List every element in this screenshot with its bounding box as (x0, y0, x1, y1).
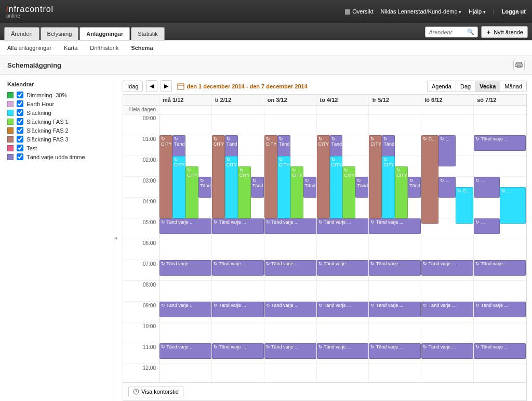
calendar-event[interactable]: Tänd varje ... (159, 260, 211, 276)
calendar-event[interactable]: C... (421, 135, 438, 224)
allday-cell[interactable] (317, 106, 369, 114)
subnav-drift[interactable]: Drifthistorik (90, 45, 118, 51)
calendar-event[interactable]: CITY (382, 156, 395, 218)
calendar-event[interactable]: Tänd varje ... (474, 260, 526, 276)
search-box[interactable]: 🔍 (425, 27, 478, 37)
calendar-event[interactable]: Tänd varje ... (317, 218, 369, 234)
calendar-event[interactable]: Tänd varje ... (212, 302, 264, 317)
calendar-event[interactable]: Tänd (303, 177, 316, 198)
day-column[interactable]: CITYTändCITYCITYTändTänd varje ...Tänd v… (159, 114, 212, 382)
calendar-event[interactable]: CITY (225, 156, 238, 218)
subnav-alla[interactable]: Alla anläggningar (7, 45, 51, 51)
day-column[interactable]: CITYTändCITYCITYTändTänd varje ...Tänd v… (212, 114, 264, 382)
allday-cell[interactable] (421, 106, 474, 114)
calendar-event[interactable]: Tänd varje ... (317, 260, 369, 276)
next-button[interactable]: ▶ (161, 80, 172, 92)
calendar-event[interactable]: Tänd varje ... (474, 302, 526, 317)
calendar-event[interactable]: Tänd varje ... (421, 302, 473, 317)
calendar-event[interactable]: Tänd (408, 177, 421, 198)
calendar-event[interactable]: Tänd varje ... (474, 135, 526, 151)
tab-statistik[interactable]: Statistik (131, 27, 165, 40)
help-menu[interactable]: Hjälp (469, 8, 486, 15)
calendar-event[interactable]: Tänd varje ... (369, 218, 421, 234)
allday-cell[interactable] (212, 106, 264, 114)
tab-belysning[interactable]: Belysning (41, 27, 79, 40)
subnav-schema[interactable]: Schema (131, 45, 153, 51)
calendar-event[interactable]: Tänd varje ... (212, 260, 264, 276)
search-icon[interactable]: 🔍 (467, 29, 474, 35)
overview-link[interactable]: Översikt (345, 8, 373, 15)
calendar-event[interactable]: Tänd varje ... (317, 302, 369, 317)
calendar-event[interactable]: Tänd (251, 177, 264, 198)
calendar-event[interactable]: CITY (395, 166, 408, 218)
calendar-event[interactable]: Tänd (355, 177, 368, 198)
calendar-checkbox[interactable] (17, 145, 23, 151)
allday-cell[interactable] (264, 106, 317, 114)
view-month[interactable]: Månad (500, 81, 527, 92)
calendar-event[interactable]: Tänd varje ... (212, 218, 264, 234)
view-week[interactable]: Vecka (475, 81, 500, 92)
calendar-event[interactable]: Tänd varje ... (264, 302, 316, 317)
calendar-event[interactable]: CITY (212, 135, 225, 218)
calendar-event[interactable]: ... (438, 177, 456, 198)
calendar-event[interactable]: Tänd varje ... (212, 343, 264, 359)
calendar-event[interactable]: CITY (342, 166, 355, 218)
today-button[interactable]: Idag (123, 81, 143, 92)
allday-cell[interactable] (369, 106, 421, 114)
calendar-grid[interactable]: 00:0001:0002:0003:0004:0005:0006:0007:00… (123, 114, 526, 382)
calendar-checkbox[interactable] (17, 127, 23, 134)
view-agenda[interactable]: Agenda (427, 81, 456, 92)
subnav-karta[interactable]: Karta (64, 45, 77, 51)
print-button[interactable] (513, 60, 525, 70)
calendar-event[interactable]: CITY (264, 135, 277, 218)
calendar-event[interactable]: Tänd varje ... (264, 343, 316, 359)
day-column[interactable]: Tänd varje ............Tänd varje ...Tän… (474, 114, 526, 382)
calendar-event[interactable]: ... (474, 218, 500, 234)
calendar-event[interactable]: Tänd varje ... (264, 218, 316, 234)
day-column[interactable]: CITYTändCITYCITYTändTänd varje ...Tänd v… (369, 114, 421, 382)
calendar-event[interactable]: CITY (330, 156, 343, 218)
calendar-event[interactable]: ... (500, 187, 526, 224)
calendar-event[interactable]: ... (474, 177, 500, 198)
calendar-event[interactable]: Tänd varje ... (421, 343, 473, 359)
calendar-event[interactable]: Tänd varje ... (159, 302, 211, 317)
calendar-event[interactable]: CITY (290, 166, 303, 218)
calendar-event[interactable]: ... (438, 135, 456, 166)
calendar-checkbox[interactable] (17, 118, 23, 125)
calendar-checkbox[interactable] (17, 100, 23, 107)
allday-cell[interactable] (474, 106, 526, 114)
allday-cell[interactable] (159, 106, 212, 114)
calendar-checkbox[interactable] (17, 136, 23, 143)
day-column[interactable]: CITYTändCITYCITYTändTänd varje ...Tänd v… (264, 114, 317, 382)
user-menu[interactable]: Niklas Lennerstad/Kund-demo (381, 8, 462, 15)
calendar-event[interactable]: Tänd varje ... (159, 218, 211, 234)
day-column[interactable]: CITYTändCITYCITYTändTänd varje ...Tänd v… (317, 114, 369, 382)
logout-link[interactable]: Logga ut (502, 8, 526, 15)
calendar-event[interactable]: Tänd varje ... (264, 260, 316, 276)
day-column[interactable]: C.........C...Tänd varje ...Tänd varje .… (421, 114, 474, 382)
calendar-checkbox[interactable] (17, 109, 23, 116)
office-hours-button[interactable]: Visa kontorstid (128, 386, 183, 397)
tab-anlaggningar[interactable]: Anläggningar (79, 27, 130, 40)
calendar-event[interactable]: CITY (238, 166, 251, 218)
calendar-event[interactable]: Tänd varje ... (159, 343, 211, 359)
calendar-event[interactable]: C... (456, 187, 473, 224)
new-case-button[interactable]: ＋Nytt ärende (481, 26, 528, 38)
calendar-event[interactable]: Tänd (198, 177, 211, 198)
calendar-event[interactable]: Tänd varje ... (474, 343, 526, 359)
view-day[interactable]: Dag (456, 81, 475, 92)
calendar-event[interactable]: CITY (369, 135, 382, 218)
calendar-event[interactable]: Tänd varje ... (317, 343, 369, 359)
calendar-event[interactable]: CITY (277, 156, 290, 218)
calendar-event[interactable]: CITY (185, 166, 198, 218)
tab-arenden[interactable]: Ärenden (4, 27, 39, 40)
calendar-event[interactable]: CITY (317, 135, 330, 218)
calendar-event[interactable]: Tänd varje ... (369, 302, 421, 317)
calendar-event[interactable]: Tänd varje ... (369, 260, 421, 276)
calendar-event[interactable]: Tänd varje ... (369, 343, 421, 359)
calendar-checkbox[interactable] (17, 153, 23, 160)
calendar-event[interactable]: CITY (159, 135, 172, 218)
prev-button[interactable]: ◀ (146, 80, 157, 92)
calendar-checkbox[interactable] (17, 92, 23, 98)
search-input[interactable] (429, 29, 465, 35)
